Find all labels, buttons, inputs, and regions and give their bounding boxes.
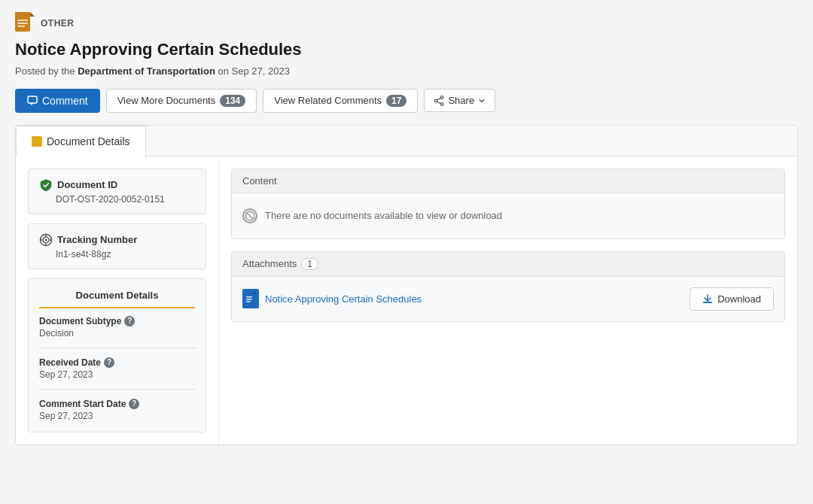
- attachment-filename: Notice Approving Certain Schedules: [265, 293, 422, 305]
- posted-by: Posted by the Department of Transportati…: [15, 65, 798, 77]
- document-id-label: Document ID: [57, 179, 117, 190]
- svg-marker-1: [30, 12, 35, 17]
- detail-label-received: Received Date ?: [39, 357, 195, 368]
- svg-point-8: [441, 96, 444, 99]
- shield-check-icon: [39, 178, 53, 192]
- svg-marker-7: [30, 103, 33, 105]
- detail-label-subtype: Document Subtype ?: [39, 316, 195, 326]
- left-panel: Document ID DOT-OST-2020-0052-0151: [16, 156, 219, 445]
- attachments-header: Attachments 1: [232, 252, 784, 277]
- detail-row-received: Received Date ? Sep 27, 2023: [39, 357, 195, 390]
- svg-rect-6: [28, 96, 37, 103]
- share-icon: [434, 96, 444, 106]
- svg-line-12: [437, 101, 441, 103]
- tracking-number-card: Tracking Number In1-se4t-88gz: [28, 223, 206, 269]
- svg-rect-3: [17, 20, 28, 21]
- doc-type-label: OTHER: [41, 18, 75, 29]
- document-id-title: Document ID: [39, 178, 195, 192]
- tracking-number-label: Tracking Number: [57, 234, 137, 245]
- main-content: Document Details Document ID DOT-OST-202…: [15, 125, 798, 445]
- attachments-count-badge: 1: [301, 258, 318, 270]
- comment-icon: [27, 96, 38, 106]
- detail-row-subtype: Document Subtype ? Decision: [39, 316, 195, 348]
- svg-point-9: [441, 102, 444, 105]
- detail-value-received: Sep 27, 2023: [39, 369, 195, 380]
- svg-rect-5: [17, 26, 25, 27]
- content-box: Content There are no documents available…: [231, 169, 785, 239]
- target-icon: [39, 233, 53, 247]
- svg-rect-22: [245, 291, 254, 305]
- svg-marker-23: [254, 291, 257, 294]
- tab-document-details[interactable]: Document Details: [16, 126, 146, 156]
- svg-rect-2: [15, 12, 30, 17]
- comment-button-label: Comment: [42, 95, 88, 107]
- download-label: Download: [717, 293, 761, 305]
- download-icon: [702, 293, 713, 304]
- right-panel: Content There are no documents available…: [219, 156, 797, 445]
- action-bar: Comment View More Documents 134 View Rel…: [15, 89, 798, 113]
- detail-value-comment-start: Sep 27, 2023: [39, 411, 195, 421]
- view-related-comments-label: View Related Comments: [274, 95, 382, 106]
- chevron-down-icon: [478, 97, 486, 105]
- svg-rect-4: [17, 23, 28, 24]
- doc-type-badge: OTHER: [15, 12, 798, 35]
- document-icon: [15, 12, 35, 35]
- svg-point-15: [45, 238, 47, 241]
- share-label: Share: [448, 95, 474, 106]
- detail-row-comment-start: Comment Start Date ? Sep 27, 2023: [39, 399, 195, 421]
- share-button[interactable]: Share: [424, 89, 495, 112]
- attachments-box: Attachments 1: [231, 251, 785, 322]
- content-box-header: Content: [232, 169, 784, 193]
- help-icon-comment-start[interactable]: ?: [129, 399, 139, 409]
- details-section-title: Document Details: [39, 290, 195, 308]
- svg-rect-25: [246, 299, 252, 300]
- document-id-value: DOT-OST-2020-0052-0151: [39, 194, 195, 205]
- svg-rect-28: [703, 302, 712, 303]
- tab-icon: [32, 136, 42, 147]
- tracking-number-title: Tracking Number: [39, 233, 195, 247]
- svg-rect-26: [246, 301, 251, 302]
- posted-by-suffix: on Sep 27, 2023: [215, 65, 290, 77]
- details-section: Document Details Document Subtype ? Deci…: [28, 278, 206, 433]
- svg-line-21: [247, 212, 254, 219]
- tab-document-details-label: Document Details: [47, 135, 130, 147]
- comment-button[interactable]: Comment: [15, 89, 100, 113]
- svg-line-11: [437, 98, 441, 100]
- view-more-docs-badge: 134: [220, 95, 245, 107]
- page-title: Notice Approving Certain Schedules: [15, 39, 798, 61]
- slash-circle-icon: [245, 211, 255, 221]
- view-more-docs-button[interactable]: View More Documents 134: [106, 89, 257, 113]
- posted-by-prefix: Posted by the: [15, 65, 78, 77]
- document-id-card: Document ID DOT-OST-2020-0052-0151: [28, 169, 206, 214]
- help-icon-subtype[interactable]: ?: [124, 316, 135, 326]
- svg-point-10: [435, 99, 438, 102]
- pdf-file-icon: [242, 289, 259, 308]
- help-icon-received[interactable]: ?: [104, 357, 114, 368]
- content-box-body: There are no documents available to view…: [232, 193, 784, 238]
- attachment-row: Notice Approving Certain Schedules Downl…: [232, 277, 784, 321]
- download-button[interactable]: Download: [690, 287, 774, 311]
- attachments-label: Attachments: [242, 258, 297, 269]
- department-name: Department of Transportation: [78, 65, 215, 77]
- view-related-comments-badge: 17: [386, 95, 406, 107]
- no-docs-message: There are no documents available to view…: [265, 210, 502, 221]
- svg-rect-24: [246, 296, 252, 298]
- detail-value-subtype: Decision: [39, 328, 195, 339]
- attachment-name: Notice Approving Certain Schedules: [242, 289, 422, 308]
- tabs-row: Document Details: [16, 126, 797, 156]
- view-related-comments-button[interactable]: View Related Comments 17: [263, 89, 418, 113]
- view-more-docs-label: View More Documents: [117, 95, 216, 106]
- no-docs-icon: [242, 208, 257, 223]
- detail-label-comment-start: Comment Start Date ?: [39, 399, 195, 409]
- content-area: Document ID DOT-OST-2020-0052-0151: [16, 156, 797, 445]
- tracking-number-value: In1-se4t-88gz: [39, 249, 195, 260]
- pdf-icon-svg: [245, 291, 257, 306]
